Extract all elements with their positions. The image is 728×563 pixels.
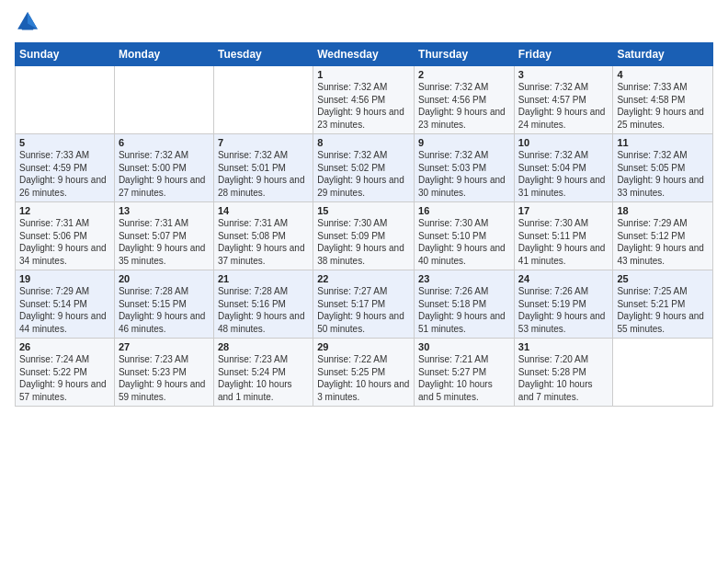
weekday-header-friday: Friday bbox=[514, 43, 613, 66]
day-info: Sunrise: 7:24 AM Sunset: 5:22 PM Dayligh… bbox=[19, 353, 110, 403]
day-number: 25 bbox=[617, 273, 709, 284]
calendar-week-2: 5Sunrise: 7:33 AM Sunset: 4:59 PM Daylig… bbox=[16, 134, 713, 202]
day-number: 30 bbox=[418, 341, 510, 352]
day-info: Sunrise: 7:32 AM Sunset: 5:04 PM Dayligh… bbox=[518, 149, 609, 199]
calendar-week-1: 1Sunrise: 7:32 AM Sunset: 4:56 PM Daylig… bbox=[16, 66, 713, 134]
calendar-week-5: 26Sunrise: 7:24 AM Sunset: 5:22 PM Dayli… bbox=[16, 339, 713, 407]
day-number: 11 bbox=[617, 137, 709, 148]
page: SundayMondayTuesdayWednesdayThursdayFrid… bbox=[0, 0, 728, 563]
day-number: 10 bbox=[518, 137, 609, 148]
day-info: Sunrise: 7:30 AM Sunset: 5:10 PM Dayligh… bbox=[418, 217, 510, 267]
day-number: 19 bbox=[19, 273, 110, 284]
day-info: Sunrise: 7:28 AM Sunset: 5:16 PM Dayligh… bbox=[218, 285, 309, 335]
day-info: Sunrise: 7:33 AM Sunset: 4:58 PM Dayligh… bbox=[617, 81, 709, 131]
day-number: 4 bbox=[617, 69, 709, 80]
day-number: 31 bbox=[518, 341, 609, 352]
day-info: Sunrise: 7:32 AM Sunset: 4:57 PM Dayligh… bbox=[518, 81, 609, 131]
calendar-cell: 12Sunrise: 7:31 AM Sunset: 5:06 PM Dayli… bbox=[16, 202, 115, 270]
day-number: 28 bbox=[218, 341, 309, 352]
weekday-header-monday: Monday bbox=[114, 43, 213, 66]
day-info: Sunrise: 7:28 AM Sunset: 5:15 PM Dayligh… bbox=[119, 285, 210, 335]
calendar-cell bbox=[114, 66, 213, 134]
calendar-cell: 23Sunrise: 7:26 AM Sunset: 5:18 PM Dayli… bbox=[415, 270, 515, 339]
calendar-cell: 16Sunrise: 7:30 AM Sunset: 5:10 PM Dayli… bbox=[415, 202, 515, 270]
day-info: Sunrise: 7:22 AM Sunset: 5:25 PM Dayligh… bbox=[317, 353, 410, 403]
weekday-header-tuesday: Tuesday bbox=[213, 43, 313, 66]
logo-icon bbox=[15, 9, 40, 35]
day-number: 24 bbox=[518, 273, 609, 284]
day-number: 12 bbox=[19, 205, 110, 216]
calendar-cell: 9Sunrise: 7:32 AM Sunset: 5:03 PM Daylig… bbox=[415, 134, 515, 202]
logo bbox=[15, 9, 44, 35]
day-number: 14 bbox=[218, 205, 309, 216]
day-number: 17 bbox=[518, 205, 609, 216]
day-info: Sunrise: 7:29 AM Sunset: 5:14 PM Dayligh… bbox=[19, 285, 110, 335]
day-info: Sunrise: 7:32 AM Sunset: 5:05 PM Dayligh… bbox=[617, 149, 709, 199]
day-number: 27 bbox=[119, 341, 210, 352]
calendar-cell: 24Sunrise: 7:26 AM Sunset: 5:19 PM Dayli… bbox=[514, 270, 613, 339]
calendar-cell: 10Sunrise: 7:32 AM Sunset: 5:04 PM Dayli… bbox=[514, 134, 613, 202]
day-number: 1 bbox=[317, 69, 410, 80]
calendar-cell: 3Sunrise: 7:32 AM Sunset: 4:57 PM Daylig… bbox=[514, 66, 613, 134]
calendar-cell: 26Sunrise: 7:24 AM Sunset: 5:22 PM Dayli… bbox=[16, 339, 115, 407]
calendar-cell: 17Sunrise: 7:30 AM Sunset: 5:11 PM Dayli… bbox=[514, 202, 613, 270]
day-info: Sunrise: 7:26 AM Sunset: 5:19 PM Dayligh… bbox=[518, 285, 609, 335]
day-info: Sunrise: 7:32 AM Sunset: 5:00 PM Dayligh… bbox=[119, 149, 210, 199]
day-info: Sunrise: 7:32 AM Sunset: 5:02 PM Dayligh… bbox=[317, 149, 410, 199]
day-number: 8 bbox=[317, 137, 410, 148]
day-info: Sunrise: 7:23 AM Sunset: 5:24 PM Dayligh… bbox=[218, 353, 309, 403]
day-number: 29 bbox=[317, 341, 410, 352]
weekday-header-sunday: Sunday bbox=[16, 43, 115, 66]
calendar-cell: 6Sunrise: 7:32 AM Sunset: 5:00 PM Daylig… bbox=[114, 134, 213, 202]
calendar-cell: 4Sunrise: 7:33 AM Sunset: 4:58 PM Daylig… bbox=[613, 66, 713, 134]
day-number: 13 bbox=[119, 205, 210, 216]
calendar-cell: 29Sunrise: 7:22 AM Sunset: 5:25 PM Dayli… bbox=[313, 339, 415, 407]
calendar-cell bbox=[16, 66, 115, 134]
day-info: Sunrise: 7:32 AM Sunset: 4:56 PM Dayligh… bbox=[418, 81, 510, 131]
weekday-header-saturday: Saturday bbox=[613, 43, 713, 66]
day-number: 21 bbox=[218, 273, 309, 284]
calendar-cell: 22Sunrise: 7:27 AM Sunset: 5:17 PM Dayli… bbox=[313, 270, 415, 339]
calendar-cell: 25Sunrise: 7:25 AM Sunset: 5:21 PM Dayli… bbox=[613, 270, 713, 339]
day-info: Sunrise: 7:32 AM Sunset: 4:56 PM Dayligh… bbox=[317, 81, 410, 131]
day-info: Sunrise: 7:32 AM Sunset: 5:03 PM Dayligh… bbox=[418, 149, 510, 199]
day-info: Sunrise: 7:30 AM Sunset: 5:11 PM Dayligh… bbox=[518, 217, 609, 267]
calendar-cell: 5Sunrise: 7:33 AM Sunset: 4:59 PM Daylig… bbox=[16, 134, 115, 202]
calendar-cell: 13Sunrise: 7:31 AM Sunset: 5:07 PM Dayli… bbox=[114, 202, 213, 270]
day-info: Sunrise: 7:23 AM Sunset: 5:23 PM Dayligh… bbox=[119, 353, 210, 403]
day-number: 23 bbox=[418, 273, 510, 284]
day-info: Sunrise: 7:26 AM Sunset: 5:18 PM Dayligh… bbox=[418, 285, 510, 335]
day-info: Sunrise: 7:27 AM Sunset: 5:17 PM Dayligh… bbox=[317, 285, 410, 335]
calendar-cell: 2Sunrise: 7:32 AM Sunset: 4:56 PM Daylig… bbox=[415, 66, 515, 134]
calendar-cell: 11Sunrise: 7:32 AM Sunset: 5:05 PM Dayli… bbox=[613, 134, 713, 202]
day-info: Sunrise: 7:32 AM Sunset: 5:01 PM Dayligh… bbox=[218, 149, 309, 199]
weekday-header-wednesday: Wednesday bbox=[313, 43, 415, 66]
calendar-week-4: 19Sunrise: 7:29 AM Sunset: 5:14 PM Dayli… bbox=[16, 270, 713, 339]
calendar-week-3: 12Sunrise: 7:31 AM Sunset: 5:06 PM Dayli… bbox=[16, 202, 713, 270]
day-number: 26 bbox=[19, 341, 110, 352]
day-number: 5 bbox=[19, 137, 110, 148]
svg-rect-2 bbox=[22, 28, 33, 29]
day-number: 7 bbox=[218, 137, 309, 148]
calendar-cell: 7Sunrise: 7:32 AM Sunset: 5:01 PM Daylig… bbox=[213, 134, 313, 202]
calendar-cell bbox=[613, 339, 713, 407]
day-info: Sunrise: 7:31 AM Sunset: 5:07 PM Dayligh… bbox=[119, 217, 210, 267]
calendar-cell bbox=[213, 66, 313, 134]
day-number: 20 bbox=[119, 273, 210, 284]
calendar-table: SundayMondayTuesdayWednesdayThursdayFrid… bbox=[15, 42, 713, 407]
day-info: Sunrise: 7:33 AM Sunset: 4:59 PM Dayligh… bbox=[19, 149, 110, 199]
day-info: Sunrise: 7:30 AM Sunset: 5:09 PM Dayligh… bbox=[317, 217, 410, 267]
day-number: 9 bbox=[418, 137, 510, 148]
day-info: Sunrise: 7:29 AM Sunset: 5:12 PM Dayligh… bbox=[617, 217, 709, 267]
header bbox=[15, 9, 713, 35]
day-info: Sunrise: 7:31 AM Sunset: 5:06 PM Dayligh… bbox=[19, 217, 110, 267]
day-number: 15 bbox=[317, 205, 410, 216]
calendar-cell: 28Sunrise: 7:23 AM Sunset: 5:24 PM Dayli… bbox=[213, 339, 313, 407]
calendar-cell: 30Sunrise: 7:21 AM Sunset: 5:27 PM Dayli… bbox=[415, 339, 515, 407]
calendar-cell: 19Sunrise: 7:29 AM Sunset: 5:14 PM Dayli… bbox=[16, 270, 115, 339]
calendar-cell: 1Sunrise: 7:32 AM Sunset: 4:56 PM Daylig… bbox=[313, 66, 415, 134]
day-info: Sunrise: 7:25 AM Sunset: 5:21 PM Dayligh… bbox=[617, 285, 709, 335]
day-number: 3 bbox=[518, 69, 609, 80]
day-number: 16 bbox=[418, 205, 510, 216]
calendar-cell: 15Sunrise: 7:30 AM Sunset: 5:09 PM Dayli… bbox=[313, 202, 415, 270]
